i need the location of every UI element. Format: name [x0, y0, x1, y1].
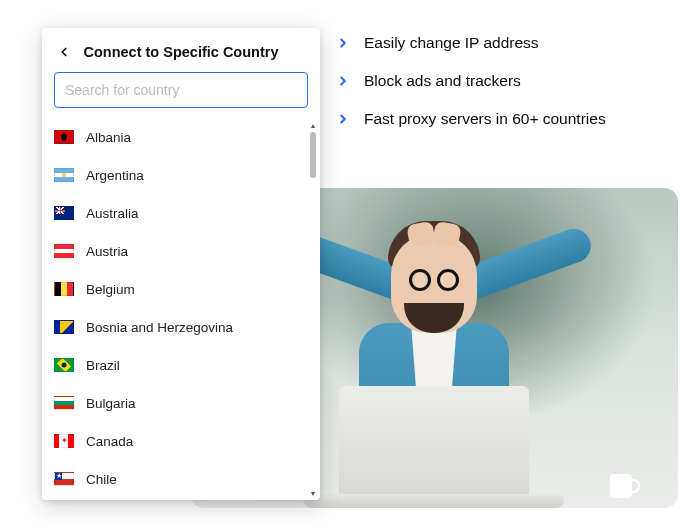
country-name: Bosnia and Herzegovina: [86, 320, 233, 335]
country-name: Bulgaria: [86, 396, 136, 411]
country-item[interactable]: Albania: [54, 118, 308, 156]
flag-icon: [54, 206, 74, 220]
country-item[interactable]: Argentina: [54, 156, 308, 194]
country-item[interactable]: Austria: [54, 232, 308, 270]
feature-item: Block ads and trackers: [336, 72, 680, 90]
laptop-illustration: [304, 422, 564, 508]
flag-icon: [54, 396, 74, 410]
flag-icon: [54, 244, 74, 258]
country-selector-panel: Connect to Specific Country AlbaniaArgen…: [42, 28, 320, 500]
flag-icon: [54, 358, 74, 372]
search-container: [42, 72, 320, 118]
country-name: Canada: [86, 434, 133, 449]
flag-icon: [54, 320, 74, 334]
country-item[interactable]: Australia: [54, 194, 308, 232]
back-button[interactable]: [54, 42, 74, 62]
chevron-right-icon: [336, 112, 350, 126]
scroll-thumb[interactable]: [310, 132, 316, 178]
country-item[interactable]: Canada: [54, 422, 308, 460]
country-item[interactable]: Belgium: [54, 270, 308, 308]
flag-icon: [54, 282, 74, 296]
country-name: Chile: [86, 472, 117, 487]
chevron-left-icon: [57, 45, 71, 59]
feature-list: Easily change IP addressBlock ads and tr…: [336, 34, 680, 148]
country-name: Argentina: [86, 168, 144, 183]
flag-icon: [54, 130, 74, 144]
flag-icon: [54, 434, 74, 448]
country-list-container: AlbaniaArgentinaAustraliaAustriaBelgiumB…: [42, 118, 320, 500]
country-name: Austria: [86, 244, 128, 259]
country-name: Belgium: [86, 282, 135, 297]
feature-text: Block ads and trackers: [364, 72, 521, 90]
country-name: Albania: [86, 130, 131, 145]
scrollbar[interactable]: ▴ ▾: [308, 120, 318, 498]
feature-item: Easily change IP address: [336, 34, 680, 52]
panel-title: Connect to Specific Country: [74, 44, 288, 60]
feature-text: Fast proxy servers in 60+ countries: [364, 110, 606, 128]
scroll-down-arrow[interactable]: ▾: [308, 488, 318, 498]
country-name: Australia: [86, 206, 139, 221]
country-item[interactable]: Bosnia and Herzegovina: [54, 308, 308, 346]
country-name: Brazil: [86, 358, 120, 373]
feature-item: Fast proxy servers in 60+ countries: [336, 110, 680, 128]
country-list[interactable]: AlbaniaArgentinaAustraliaAustriaBelgiumB…: [42, 118, 320, 500]
scroll-up-arrow[interactable]: ▴: [308, 120, 318, 130]
mug-illustration: [610, 474, 632, 498]
feature-text: Easily change IP address: [364, 34, 539, 52]
chevron-right-icon: [336, 74, 350, 88]
flag-icon: [54, 472, 74, 486]
country-item[interactable]: Chile: [54, 460, 308, 498]
flag-icon: [54, 168, 74, 182]
country-item[interactable]: Brazil: [54, 346, 308, 384]
panel-header: Connect to Specific Country: [42, 28, 320, 72]
search-input[interactable]: [54, 72, 308, 108]
country-item[interactable]: Bulgaria: [54, 384, 308, 422]
chevron-right-icon: [336, 36, 350, 50]
